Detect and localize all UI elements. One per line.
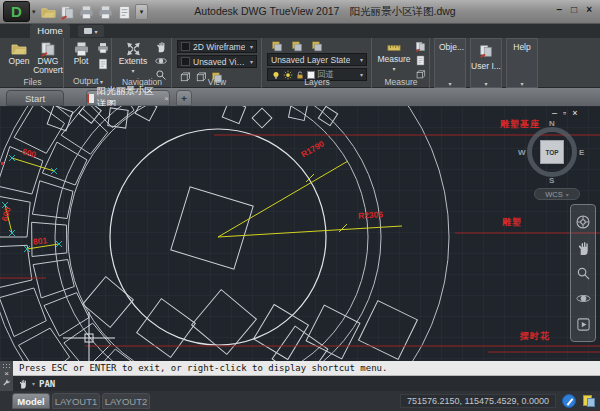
- wcs-dropdown[interactable]: WCS: [534, 188, 580, 200]
- panel-output: Plot Output: [65, 38, 112, 88]
- visual-style-value: 2D Wireframe: [193, 42, 245, 52]
- command-close-icon[interactable]: ×: [4, 369, 9, 379]
- view-cube-east[interactable]: E: [579, 148, 584, 157]
- view-cube[interactable]: N S W E TOP: [520, 120, 584, 184]
- close-button[interactable]: ×: [586, 4, 592, 15]
- dwg-convert-button[interactable]: DWG Convert: [34, 41, 62, 75]
- tray-settings-icon[interactable]: [582, 394, 596, 408]
- pan-tool-icon[interactable]: [153, 40, 168, 53]
- command-dropdown-icon[interactable]: ▾: [32, 380, 35, 387]
- tab-start[interactable]: Start: [6, 90, 64, 106]
- named-view-value: Unsaved View: [193, 57, 247, 67]
- layer-on-icon[interactable]: [289, 39, 304, 52]
- drawing-canvas[interactable]: 雕塑基座 雕塑 摆时花 R1790 R2306 600 600 801 – ▫ …: [0, 106, 600, 361]
- convert-label-2: Convert: [33, 66, 63, 75]
- ribbon: Open DWG Convert Files Plot Output Exten…: [0, 38, 600, 88]
- measure-ruler-icon: [382, 41, 406, 55]
- view-cube-north[interactable]: N: [549, 119, 555, 128]
- viewport-close-icon[interactable]: ×: [572, 108, 577, 118]
- command-input-row[interactable]: ▾ PAN: [13, 376, 600, 391]
- tab-drawing[interactable]: 阳光丽景小区详图 ×: [86, 90, 170, 106]
- wcs-label: WCS: [545, 190, 563, 199]
- tab-home[interactable]: Home: [30, 24, 70, 38]
- panel-objects[interactable]: Obje...: [434, 38, 466, 88]
- panel-title-layers: Layers: [263, 77, 371, 88]
- preview-icon[interactable]: [95, 57, 110, 70]
- cad-drawing: [0, 106, 600, 361]
- view-cube-south[interactable]: S: [549, 176, 554, 185]
- user-interface-icon: [478, 44, 494, 58]
- tab-layout2[interactable]: LAYOUT2: [102, 393, 150, 409]
- maximize-button[interactable]: □: [571, 4, 577, 15]
- panel-help[interactable]: Help: [506, 38, 538, 88]
- measure-button[interactable]: Measure: [377, 41, 411, 74]
- file-name: 阳光丽景小区详图.dwg: [349, 5, 455, 17]
- new-tab-button[interactable]: +: [176, 90, 192, 106]
- plot-label: Plot: [74, 57, 89, 66]
- dwg-trueview-window: { "logo": {"letter": "D"}, "titlebar": {…: [0, 0, 600, 411]
- tab-layout1[interactable]: LAYOUT1: [52, 393, 100, 409]
- tray-page2-glyph: [587, 398, 595, 407]
- batch-plot-icon[interactable]: [95, 41, 110, 54]
- viewport-restore-icon[interactable]: ▫: [563, 108, 566, 118]
- plot-preview-icon[interactable]: [97, 4, 113, 20]
- zoom-icon[interactable]: [576, 266, 591, 281]
- label-seasonal-flowers: 摆时花: [520, 330, 550, 343]
- named-view-select[interactable]: Unsaved View: [177, 55, 257, 68]
- print-icon[interactable]: [78, 4, 94, 20]
- open-icon[interactable]: [40, 4, 56, 20]
- orbit-icon[interactable]: [576, 291, 591, 306]
- layer-freeze-icon[interactable]: [309, 39, 324, 52]
- layout1-tab-label: LAYOUT1: [55, 396, 98, 407]
- command-line-panel: × Press ESC or ENTER to exit, or right-c…: [0, 361, 600, 391]
- named-view-icon: [181, 57, 190, 66]
- command-line-grip[interactable]: ×: [0, 361, 13, 391]
- command-prompt-message[interactable]: Press ESC or ENTER to exit, or right-cli…: [13, 361, 600, 376]
- list-icon[interactable]: [413, 54, 428, 67]
- viewport-minimize-icon[interactable]: –: [552, 108, 557, 118]
- objects-panel-label: Obje...: [435, 39, 465, 52]
- app-menu-arrow-icon[interactable]: ▾: [32, 8, 36, 16]
- view-cube-top-face[interactable]: TOP: [540, 140, 564, 164]
- ribbon-options-button[interactable]: ▾: [78, 25, 104, 37]
- steering-wheel-icon[interactable]: [575, 214, 591, 230]
- drawing-tab-close-icon[interactable]: ×: [164, 94, 169, 103]
- panel-files: Open DWG Convert Files: [2, 38, 64, 88]
- zoom-extents-button[interactable]: Extents: [118, 41, 148, 76]
- visual-style-select[interactable]: 2D Wireframe: [177, 40, 257, 53]
- tab-model[interactable]: Model: [12, 393, 50, 409]
- orbit-tool-icon[interactable]: [153, 54, 168, 67]
- minimize-button[interactable]: –: [557, 4, 563, 15]
- label-sculpture: 雕塑: [502, 216, 522, 229]
- measure-label: Measure: [377, 55, 410, 64]
- plot-stamp-icon[interactable]: [59, 4, 75, 20]
- panel-user-interface[interactable]: User I...: [470, 38, 502, 88]
- pencil-glyph: [567, 398, 574, 405]
- command-settings-wrench-icon[interactable]: [2, 379, 11, 388]
- layer-state-icon[interactable]: [269, 39, 284, 52]
- show-motion-icon[interactable]: [576, 317, 591, 332]
- open-label: Open: [9, 57, 30, 66]
- panel-measure: Measure Measure: [373, 38, 430, 88]
- measure-dropdown-icon: [392, 64, 395, 74]
- viewport-window-controls: – ▫ ×: [552, 108, 577, 118]
- view-cube-west[interactable]: W: [518, 148, 526, 157]
- active-command-label: PAN: [39, 379, 55, 389]
- status-bar: Model LAYOUT1 LAYOUT2 751576.2150, 11547…: [0, 391, 600, 411]
- dim-label-r2306: R2306: [358, 209, 384, 220]
- visual-style-preview-icon: [181, 42, 190, 51]
- open-button[interactable]: Open: [6, 41, 32, 66]
- app-name: Autodesk DWG TrueView 2017: [194, 5, 339, 17]
- layer-state-select[interactable]: Unsaved Layer State: [267, 53, 367, 66]
- panel-title-view: View: [173, 77, 261, 88]
- quick-measure-icon[interactable]: [413, 40, 428, 53]
- panel-title-files: Files: [2, 77, 63, 88]
- annotation-monitor-icon[interactable]: [562, 394, 576, 408]
- start-tab-label: Start: [25, 93, 45, 104]
- ribbon-options-icon: [84, 28, 92, 34]
- plot-button[interactable]: Plot: [69, 41, 93, 66]
- panel-view: 2D Wireframe Unsaved View View: [173, 38, 262, 88]
- window-title: Autodesk DWG TrueView 2017阳光丽景小区详图.dwg: [120, 5, 530, 19]
- pan-icon[interactable]: [576, 241, 591, 256]
- app-logo[interactable]: D: [3, 1, 30, 22]
